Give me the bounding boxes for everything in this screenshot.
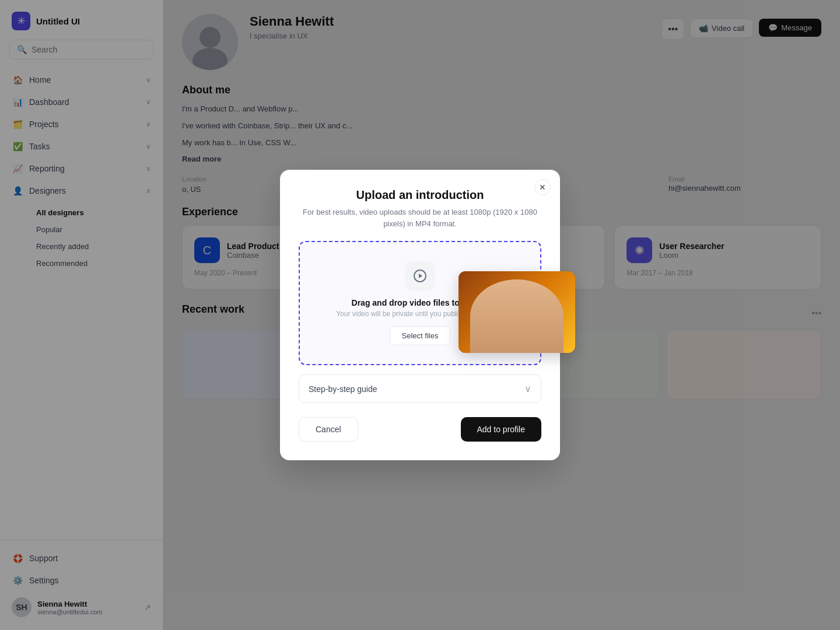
svg-marker-4 [419, 274, 422, 278]
modal-actions: Cancel Add to profile [299, 417, 541, 442]
upload-modal: ✕ Upload an introduction For best result… [280, 170, 560, 460]
play-icon [413, 269, 427, 283]
video-thumbnail [459, 271, 575, 353]
modal-subtitle: For best results, video uploads should b… [299, 206, 541, 229]
upload-area[interactable]: Drag and drop video files to upload Your… [299, 241, 541, 365]
video-thumb-inner [459, 271, 575, 353]
modal-overlay[interactable]: ✕ Upload an introduction For best result… [0, 0, 840, 630]
step-guide-accordion[interactable]: Step-by-step guide ∨ [299, 374, 541, 403]
upload-icon-container [405, 261, 435, 291]
select-files-button[interactable]: Select files [390, 326, 451, 345]
add-to-profile-button[interactable]: Add to profile [461, 417, 542, 442]
modal-title: Upload an introduction [299, 188, 541, 202]
step-guide-label: Step-by-step guide [309, 384, 377, 394]
step-guide-chevron-icon: ∨ [524, 383, 531, 394]
modal-close-button[interactable]: ✕ [534, 179, 551, 195]
video-person [470, 279, 564, 353]
cancel-button[interactable]: Cancel [299, 417, 358, 442]
